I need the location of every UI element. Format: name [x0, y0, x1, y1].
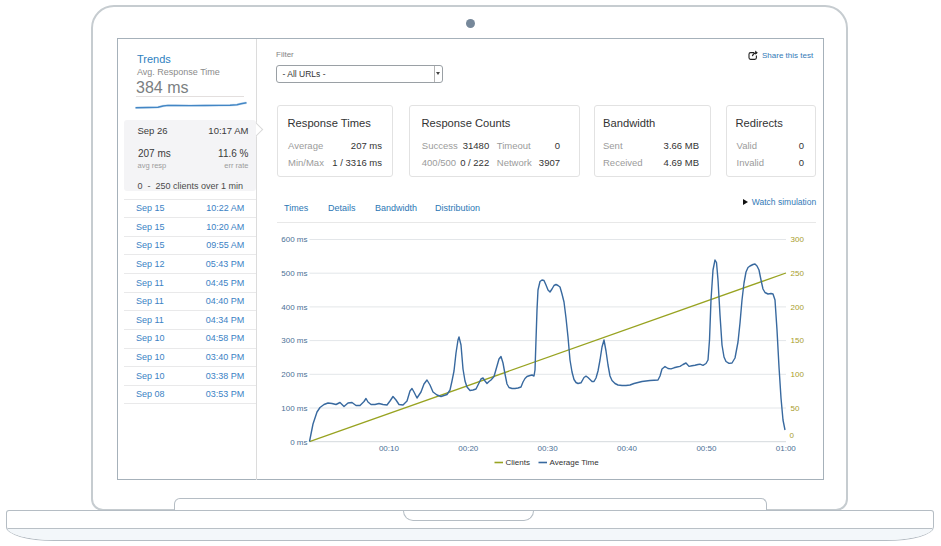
svg-text:0 ms: 0 ms [290, 438, 307, 447]
svg-text:600 ms: 600 ms [281, 235, 307, 244]
svg-text:500 ms: 500 ms [281, 269, 307, 278]
svg-text:00:40: 00:40 [617, 444, 638, 453]
svg-text:00:30: 00:30 [538, 444, 559, 453]
svg-text:100: 100 [791, 370, 805, 379]
svg-text:00:20: 00:20 [458, 444, 479, 453]
svg-text:250: 250 [791, 269, 805, 278]
svg-text:00:10: 00:10 [379, 444, 400, 453]
svg-text:00:50: 00:50 [696, 444, 717, 453]
svg-text:150: 150 [791, 336, 805, 345]
svg-text:Clients: Clients [506, 458, 530, 467]
svg-text:200 ms: 200 ms [281, 370, 307, 379]
svg-text:50: 50 [791, 404, 800, 413]
svg-text:400 ms: 400 ms [281, 303, 307, 312]
svg-text:01:00: 01:00 [776, 444, 797, 453]
svg-text:300 ms: 300 ms [281, 336, 307, 345]
svg-text:Average Time: Average Time [550, 458, 600, 467]
svg-text:200: 200 [791, 303, 805, 312]
svg-text:300: 300 [791, 235, 805, 244]
svg-text:0: 0 [790, 431, 795, 440]
svg-text:100 ms: 100 ms [281, 404, 307, 413]
